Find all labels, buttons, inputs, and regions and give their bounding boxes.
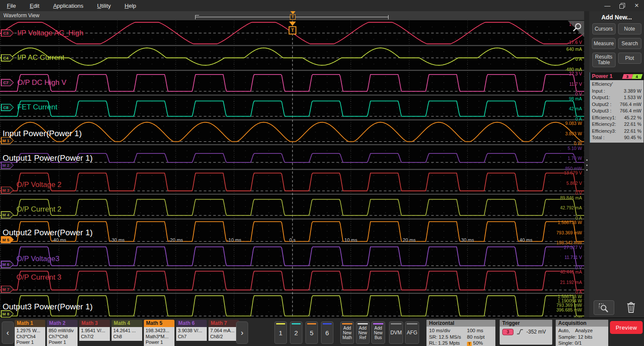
badge-card-math-6[interactable]: Math 63.9038 V/...Ch7: [176, 320, 207, 346]
channel-badge-m3[interactable]: M 3: [1, 187, 14, 194]
badge-card-title: Math 1: [15, 320, 45, 327]
scale-readout: 0 A: [576, 56, 582, 62]
trigger-position-icon: T: [467, 342, 472, 346]
channel-button-6[interactable]: 6: [321, 321, 333, 344]
minimize-button[interactable]: —: [604, 2, 611, 9]
time-axis-label: -40 ms: [52, 237, 66, 243]
channel-button-2[interactable]: 2: [290, 321, 302, 344]
add-new-bus-button[interactable]: AddNewBus: [371, 321, 385, 344]
splitter-drag-handle-icon[interactable]: [585, 159, 588, 171]
menu-utility[interactable]: Utility: [97, 3, 111, 9]
waveform-slice-m4: M 4O/P Current 289.846 mA42.792 mA0 A: [0, 194, 584, 219]
badge-card-title: Math 6: [176, 320, 207, 327]
menu-applications[interactable]: Applications: [53, 3, 83, 9]
dvm-button[interactable]: DVM: [389, 321, 403, 344]
badge-card-math-1[interactable]: Math 11.2975 W...Ch3*Ch4Power 1: [15, 320, 45, 346]
trace-label: O/P Voltage3: [16, 255, 59, 263]
draw-a-box-zoom-icon[interactable]: [568, 21, 584, 37]
trigger-t-icon: T: [290, 14, 296, 20]
time-axis-label: -10 ms: [227, 237, 242, 243]
table-row: Efficiency3:22.61 %: [590, 128, 644, 135]
search-button[interactable]: Search: [618, 38, 641, 49]
channel-badge-m7[interactable]: M 7: [1, 286, 14, 293]
trigger-position-marker[interactable]: T: [289, 11, 296, 20]
scroll-badges-right-button[interactable]: ›: [236, 321, 248, 344]
channel-badge-c7[interactable]: C7: [1, 79, 14, 86]
trigger-level: -352 mV: [526, 329, 546, 335]
channel-badge-m4[interactable]: M 4: [1, 211, 14, 218]
close-icon[interactable]: ×: [633, 2, 641, 9]
table-row: Efficiency2:22.61 %: [590, 121, 644, 128]
measure-button[interactable]: Measure: [592, 38, 616, 49]
time-axis-label: 0 s: [289, 237, 296, 243]
menu-file[interactable]: File: [7, 3, 16, 9]
scale-readout: 640 mA: [566, 47, 582, 52]
time-axis-label: 20 ms: [403, 237, 416, 243]
channel-button-1[interactable]: 1: [274, 321, 287, 344]
badge-card-math-5[interactable]: Math 5198.3423...Math3*M...Power 1: [144, 320, 174, 346]
channel-badge-c8[interactable]: C8: [1, 104, 14, 111]
trace-label: I/P Voltage AC_High: [17, 29, 84, 37]
results-table-button[interactable]: ResultsTable: [592, 53, 616, 67]
menu-help[interactable]: Help: [124, 3, 136, 9]
acquisition-row: Sample: 12 bits: [558, 334, 606, 340]
preview-button[interactable]: Preview: [610, 321, 643, 334]
scale-readout: 27.327 V: [564, 245, 582, 250]
scroll-badges-left-button[interactable]: ‹: [2, 321, 14, 344]
badge-card-math-3[interactable]: Math 31.9541 V/...Ch7/2: [79, 320, 110, 346]
waveform-slice-c7: C7O/P DC High V27.3 V11.7 V0 V: [0, 70, 584, 95]
badge-card-math-2[interactable]: Math 2850 mW/divCh7*Ch8Power 1: [47, 320, 78, 346]
trigger-arrow-icon: [290, 11, 296, 14]
scale-readout: 396.685 mW: [556, 307, 582, 312]
badge-card-math-4[interactable]: Math 414.2641 ...Ch8: [112, 320, 142, 346]
trigger-arrow-icon: [289, 22, 296, 26]
plot-button[interactable]: Plot: [618, 53, 641, 64]
time-axis-label: 10 ms: [345, 237, 358, 243]
power-table-title: Power 1: [592, 73, 613, 79]
scale-readout: -17.6 V: [567, 40, 582, 45]
menu-items: FileEditApplicationsUtilityHelp: [0, 3, 150, 9]
table-row: Output1:1.533 W: [590, 94, 644, 101]
waveform-plot[interactable]: C3I/P Voltage AC_High17.6 V-17.6 VC4I/P …: [0, 21, 584, 318]
horizontal-settings-card[interactable]: Horizontal 10 ms/div100 msSR: 12.5 MS/s8…: [426, 320, 495, 346]
waveform-slice-c8: C8FET Current98 mA42 mA0 A: [0, 95, 584, 120]
afg-button[interactable]: AFG: [405, 321, 419, 344]
trace-label: FET Current: [17, 103, 57, 112]
trigger-source-badge: 3: [502, 329, 513, 335]
channel-badge-c3[interactable]: C3: [1, 29, 14, 37]
trash-icon[interactable]: [626, 301, 636, 313]
horizontal-row: RL: 1.25 MptsT50%: [429, 340, 493, 346]
trace-label: I/P AC Current: [17, 53, 64, 62]
trigger-settings-card[interactable]: Trigger 3 -352 mV: [500, 320, 552, 345]
table-row: Input :3.389 W: [590, 88, 644, 95]
restore-button[interactable]: [618, 2, 626, 9]
table-row: Efficiency': [590, 81, 644, 88]
add-new-ref-button[interactable]: AddNewRef: [356, 321, 370, 344]
badge-card-math-7[interactable]: Math 77.064 mA...Ch8/2: [208, 320, 239, 346]
table-row: Output2 :766.4 mW: [590, 101, 644, 108]
scale-readout: 21.192 mA: [560, 280, 582, 285]
panel-splitter[interactable]: [584, 11, 589, 318]
acquisition-settings-card[interactable]: Acquisition Auto, AnalyzeSample: 12 bits…: [556, 320, 608, 346]
waveform-view-header: Waveform View T: [0, 11, 584, 21]
time-axis-label: 30 ms: [461, 237, 474, 243]
table-row: Output3 :766.4 mW: [590, 108, 644, 115]
scale-readout: 1.70 W: [568, 156, 582, 161]
power-results-table[interactable]: Power 1 34 Efficiency'Input :3.389 WOutp…: [590, 72, 644, 143]
table-row: Total :90.45 %: [590, 134, 644, 141]
oscilloscope-app: FileEditApplicationsUtilityHelp — × Wave…: [0, 0, 644, 346]
rising-edge-icon: [516, 329, 523, 335]
waveform-slice-m7: M 7O/P Current 340.446 mA21.192 mA0 A: [0, 268, 584, 293]
trace-label: Output1 Power(Power 1): [3, 153, 93, 163]
source-badge-4: 4: [632, 74, 643, 79]
trigger-title: Trigger: [500, 320, 552, 327]
cursors-button[interactable]: Cursors: [592, 23, 616, 34]
badge-card-title: Math 2: [47, 320, 78, 327]
channel-button-5[interactable]: 5: [305, 321, 318, 344]
menu-edit[interactable]: Edit: [30, 3, 39, 9]
channel-badge-m6[interactable]: M 6: [1, 261, 14, 268]
channel-badge-c4[interactable]: C4: [1, 54, 14, 62]
zoom-region-button[interactable]: [594, 300, 614, 315]
note-button[interactable]: Note: [618, 23, 641, 34]
add-new-math-button[interactable]: AddNewMath: [340, 321, 354, 344]
